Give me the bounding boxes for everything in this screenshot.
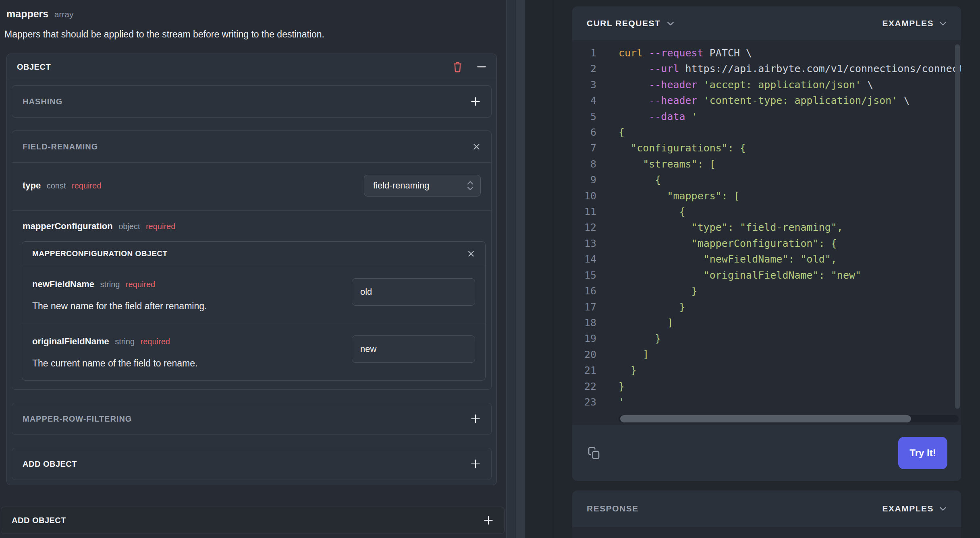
column-divider xyxy=(553,0,553,538)
section-hashing-header[interactable]: HASHING xyxy=(12,86,491,117)
page-scrollbar[interactable] xyxy=(516,0,525,538)
code-line: 7 "configurations": { xyxy=(572,140,961,156)
object-panel-header: OBJECT xyxy=(7,54,496,80)
response-panel: RESPONSE EXAMPLES xyxy=(572,490,961,538)
field-description: The current name of the field to rename. xyxy=(32,358,352,369)
property-heading: mappers array xyxy=(6,8,74,20)
response-examples-dropdown[interactable]: EXAMPLES xyxy=(882,504,947,513)
code-line: 1curl --request PATCH \ xyxy=(572,45,961,61)
request-examples-label: EXAMPLES xyxy=(882,19,934,28)
code-line: 4 --header 'content-type: application/js… xyxy=(572,93,961,108)
field-required-badge: required xyxy=(72,181,101,190)
code-line: 16 } xyxy=(572,283,961,299)
object-panel-title: OBJECT xyxy=(17,62,438,72)
section-hashing: HASHING xyxy=(12,85,492,118)
copy-icon xyxy=(588,446,601,460)
code-line: 9 { xyxy=(572,172,961,188)
copy-code-button[interactable] xyxy=(588,446,601,460)
new-field-name-row: newFieldName string required The new nam… xyxy=(22,266,485,323)
code-line: 2 --url https://api.airbyte.com/v1/conne… xyxy=(572,61,961,77)
add-object-inner-header[interactable]: ADD OBJECT xyxy=(12,448,491,480)
property-description: Mappers that should be applied to the st… xyxy=(4,29,324,40)
line-number: 13 xyxy=(572,236,619,251)
type-select-value: field-renaming xyxy=(373,180,467,191)
object-panel-body: HASHING FIELD-RENAMING xyxy=(7,80,496,485)
line-number: 8 xyxy=(572,156,619,172)
field-name: mapperConfiguration xyxy=(23,221,113,231)
type-field-label: type const required xyxy=(23,180,101,191)
object-panel: OBJECT HASH xyxy=(6,54,497,485)
collapse-object-button[interactable] xyxy=(477,62,486,72)
type-field-row: type const required field-renaming xyxy=(12,163,491,210)
code-line: 21 } xyxy=(572,362,961,378)
section-field-renaming-header[interactable]: FIELD-RENAMING xyxy=(12,131,491,163)
add-object-inner-button[interactable] xyxy=(470,459,481,469)
field-info: originalFieldName string required The cu… xyxy=(32,333,352,369)
field-kind: const xyxy=(47,181,66,190)
close-field-renaming-button[interactable] xyxy=(472,143,481,151)
expand-hashing-button[interactable] xyxy=(470,96,481,107)
line-number: 14 xyxy=(572,251,619,267)
try-it-button[interactable]: Try It! xyxy=(898,437,947,469)
line-number: 3 xyxy=(572,77,619,93)
line-number: 18 xyxy=(572,315,619,331)
code-line: 13 "mapperConfiguration": { xyxy=(572,236,961,251)
minus-icon xyxy=(477,62,486,72)
code-horizontal-scrollbar-track[interactable] xyxy=(619,415,959,422)
curl-code-block[interactable]: 1curl --request PATCH \2 --url https://a… xyxy=(572,40,961,425)
expand-mapper-row-filtering-button[interactable] xyxy=(470,414,481,424)
api-docs-screen: mappers array Mappers that should be app… xyxy=(0,0,980,538)
field-name: originalFieldName xyxy=(32,336,109,346)
line-number: 1 xyxy=(572,45,619,61)
code-vertical-scrollbar[interactable] xyxy=(955,44,960,409)
request-examples-dropdown[interactable]: EXAMPLES xyxy=(882,19,947,28)
mapper-configuration-panel-title: MAPPERCONFIGURATION OBJECT xyxy=(32,249,467,258)
code-line: 17 } xyxy=(572,299,961,315)
plus-icon xyxy=(470,96,481,107)
curl-request-title: CURL REQUEST xyxy=(587,19,660,28)
line-number: 5 xyxy=(572,109,619,124)
response-examples-label: EXAMPLES xyxy=(882,504,934,513)
close-mapper-configuration-button[interactable] xyxy=(467,250,475,258)
line-number: 4 xyxy=(572,93,619,108)
line-number: 23 xyxy=(572,394,619,410)
response-body xyxy=(572,527,961,538)
line-number: 17 xyxy=(572,299,619,315)
delete-object-button[interactable] xyxy=(452,61,463,73)
code-line: 18 ] xyxy=(572,315,961,331)
new-field-name-input[interactable] xyxy=(352,278,475,306)
chevron-down-icon xyxy=(939,506,947,511)
plus-icon xyxy=(470,414,481,424)
line-number: 15 xyxy=(572,267,619,283)
code-horizontal-scrollbar-thumb[interactable] xyxy=(620,415,911,422)
original-field-name-row: originalFieldName string required The cu… xyxy=(22,323,485,380)
code-line: 12 "type": "field-renaming", xyxy=(572,219,961,235)
field-kind: string xyxy=(115,337,135,346)
type-select[interactable]: field-renaming xyxy=(364,175,481,197)
code-line: 22} xyxy=(572,379,961,394)
left-column-scrollbar[interactable] xyxy=(506,0,515,538)
add-object-outer[interactable]: ADD OBJECT xyxy=(1,507,505,534)
chevron-down-icon xyxy=(939,21,947,26)
plus-icon xyxy=(483,515,494,526)
curl-request-panel: CURL REQUEST EXAMPLES 1curl --request PA… xyxy=(572,6,961,481)
field-required-badge: required xyxy=(146,222,175,231)
code-line: 5 --data ' xyxy=(572,109,961,124)
schema-column: mappers array Mappers that should be app… xyxy=(0,0,525,538)
plus-icon xyxy=(470,459,481,469)
field-kind: string xyxy=(100,280,120,289)
chevron-down-icon xyxy=(667,21,674,26)
code-line: 14 "newFieldName": "old", xyxy=(572,251,961,267)
section-mapper-row-filtering-header[interactable]: MAPPER-ROW-FILTERING xyxy=(12,403,491,435)
code-line: 19 } xyxy=(572,331,961,346)
line-number: 11 xyxy=(572,204,619,219)
code-line: 15 "originalFieldName": "new" xyxy=(572,267,961,283)
section-hashing-title: HASHING xyxy=(23,97,470,106)
field-name: type xyxy=(23,180,41,190)
add-object-outer-title: ADD OBJECT xyxy=(12,516,483,525)
trash-icon xyxy=(452,61,463,73)
add-object-outer-button[interactable] xyxy=(483,515,494,526)
curl-request-dropdown[interactable]: CURL REQUEST xyxy=(587,19,674,28)
original-field-name-input[interactable] xyxy=(352,335,475,363)
line-number: 10 xyxy=(572,188,619,204)
